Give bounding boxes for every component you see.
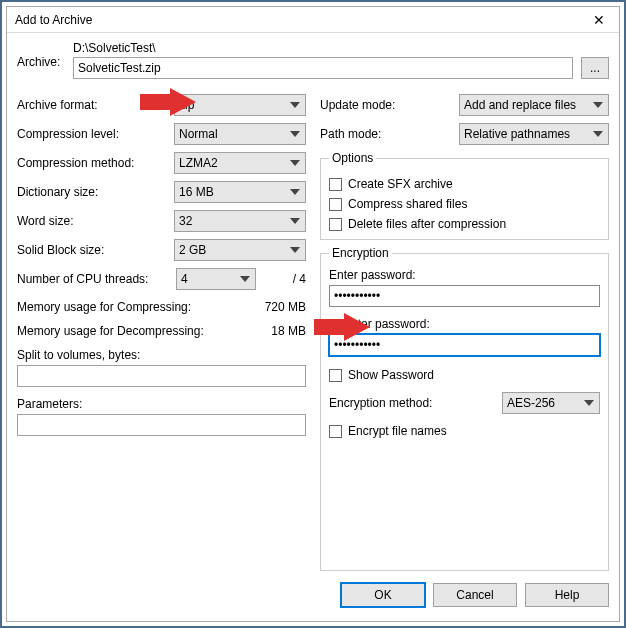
compression-method-label: Compression method: xyxy=(17,156,168,170)
update-mode-label: Update mode: xyxy=(320,98,453,112)
reenter-password-input[interactable] xyxy=(329,334,600,356)
memory-compress-value: 720 MB xyxy=(265,300,306,314)
options-group: Options Create SFX archive Compress shar… xyxy=(320,151,609,240)
solid-block-size-label: Solid Block size: xyxy=(17,243,168,257)
encrypt-filenames-label: Encrypt file names xyxy=(348,424,447,438)
close-button[interactable]: ✕ xyxy=(579,7,619,33)
create-sfx-label: Create SFX archive xyxy=(348,177,453,191)
memory-decompress-label: Memory usage for Decompressing: xyxy=(17,324,204,338)
left-column: Archive format: zip Compression level: N… xyxy=(17,87,306,571)
titlebar: Add to Archive ✕ xyxy=(7,7,619,33)
button-bar: OK Cancel Help xyxy=(7,577,619,621)
add-to-archive-dialog: Add to Archive ✕ Archive: D:\SolveticTes… xyxy=(6,6,620,622)
window-title: Add to Archive xyxy=(15,13,579,27)
split-volumes-combo[interactable] xyxy=(17,365,306,387)
compression-level-label: Compression level: xyxy=(17,127,168,141)
encrypt-filenames-checkbox[interactable]: Encrypt file names xyxy=(329,424,600,438)
memory-decompress-value: 18 MB xyxy=(271,324,306,338)
split-volumes-label: Split to volumes, bytes: xyxy=(17,348,306,362)
delete-after-checkbox[interactable]: Delete files after compression xyxy=(329,217,600,231)
ellipsis-icon: ... xyxy=(590,61,600,75)
enter-password-label: Enter password: xyxy=(329,268,600,282)
cpu-threads-total: / 4 xyxy=(262,272,306,286)
archive-label: Archive: xyxy=(17,41,65,69)
create-sfx-checkbox[interactable]: Create SFX archive xyxy=(329,177,600,191)
delete-after-label: Delete files after compression xyxy=(348,217,506,231)
ok-button[interactable]: OK xyxy=(341,583,425,607)
memory-compress-label: Memory usage for Compressing: xyxy=(17,300,191,314)
compress-shared-label: Compress shared files xyxy=(348,197,467,211)
encryption-group: Encryption Enter password: Reenter passw… xyxy=(320,246,609,571)
checkbox-icon xyxy=(329,218,342,231)
enter-password-input[interactable] xyxy=(329,285,600,307)
reenter-password-label: Reenter password: xyxy=(329,317,600,331)
solid-block-size-select[interactable]: 2 GB xyxy=(174,239,306,261)
dictionary-size-label: Dictionary size: xyxy=(17,185,168,199)
close-icon: ✕ xyxy=(593,12,605,28)
browse-button[interactable]: ... xyxy=(581,57,609,79)
encryption-method-label: Encryption method: xyxy=(329,396,496,410)
options-legend: Options xyxy=(329,151,376,165)
show-password-checkbox[interactable]: Show Password xyxy=(329,368,600,382)
checkbox-icon xyxy=(329,425,342,438)
checkbox-icon xyxy=(329,178,342,191)
archive-path: D:\SolveticTest\ xyxy=(73,41,573,55)
word-size-select[interactable]: 32 xyxy=(174,210,306,232)
help-button[interactable]: Help xyxy=(525,583,609,607)
compress-shared-checkbox[interactable]: Compress shared files xyxy=(329,197,600,211)
checkbox-icon xyxy=(329,198,342,211)
parameters-label: Parameters: xyxy=(17,397,306,411)
archive-name-combo[interactable]: SolveticTest.zip xyxy=(73,57,573,79)
show-password-label: Show Password xyxy=(348,368,434,382)
compression-method-select[interactable]: LZMA2 xyxy=(174,152,306,174)
cpu-threads-label: Number of CPU threads: xyxy=(17,272,170,286)
cpu-threads-select[interactable]: 4 xyxy=(176,268,256,290)
parameters-input[interactable] xyxy=(17,414,306,436)
encryption-method-select[interactable]: AES-256 xyxy=(502,392,600,414)
cancel-button[interactable]: Cancel xyxy=(433,583,517,607)
path-mode-select[interactable]: Relative pathnames xyxy=(459,123,609,145)
encryption-legend: Encryption xyxy=(329,246,392,260)
path-mode-label: Path mode: xyxy=(320,127,453,141)
archive-format-label: Archive format: xyxy=(17,98,168,112)
dictionary-size-select[interactable]: 16 MB xyxy=(174,181,306,203)
checkbox-icon xyxy=(329,369,342,382)
archive-format-select[interactable]: zip xyxy=(174,94,306,116)
compression-level-select[interactable]: Normal xyxy=(174,123,306,145)
right-column: Update mode: Add and replace files Path … xyxy=(320,87,609,571)
word-size-label: Word size: xyxy=(17,214,168,228)
update-mode-select[interactable]: Add and replace files xyxy=(459,94,609,116)
